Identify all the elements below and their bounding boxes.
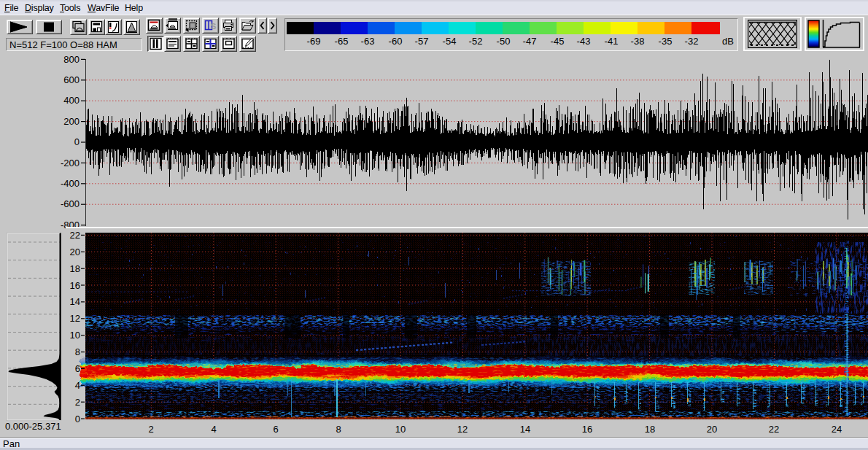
svg-text:4: 4 <box>211 424 216 435</box>
svg-text:22: 22 <box>769 424 779 435</box>
svg-text:12: 12 <box>457 424 468 435</box>
svg-text:0: 0 <box>74 136 80 147</box>
svg-text:400: 400 <box>63 95 80 106</box>
svg-text:14: 14 <box>70 296 80 307</box>
svg-text:10: 10 <box>70 330 80 341</box>
svg-text:S: S <box>211 22 216 31</box>
svg-text:2: 2 <box>75 397 80 408</box>
svg-text:4: 4 <box>75 380 80 391</box>
svg-text:-400: -400 <box>61 178 80 189</box>
svg-text:800: 800 <box>63 54 80 65</box>
svg-text:18: 18 <box>70 263 80 274</box>
svg-text:-600: -600 <box>61 198 80 209</box>
svg-text:8: 8 <box>336 424 341 435</box>
svg-text:200: 200 <box>63 116 80 127</box>
svg-text:6: 6 <box>273 424 278 435</box>
svg-text:6: 6 <box>75 363 80 374</box>
svg-text:16: 16 <box>582 424 592 435</box>
svg-text:8: 8 <box>75 346 80 357</box>
svg-text:10: 10 <box>395 424 406 435</box>
svg-text:14: 14 <box>520 424 530 435</box>
svg-text:20: 20 <box>70 247 80 257</box>
svg-text:20: 20 <box>707 424 717 435</box>
svg-text:16: 16 <box>70 280 80 291</box>
svg-text:-200: -200 <box>61 158 80 168</box>
svg-text:24: 24 <box>832 424 842 435</box>
svg-text:600: 600 <box>63 74 80 85</box>
svg-text:0: 0 <box>75 414 80 424</box>
svg-text:22: 22 <box>70 230 80 241</box>
svg-text:2: 2 <box>148 424 153 435</box>
svg-text:18: 18 <box>645 424 655 435</box>
svg-text:12: 12 <box>70 313 80 324</box>
svg-text:0.000-25.371: 0.000-25.371 <box>5 421 61 432</box>
